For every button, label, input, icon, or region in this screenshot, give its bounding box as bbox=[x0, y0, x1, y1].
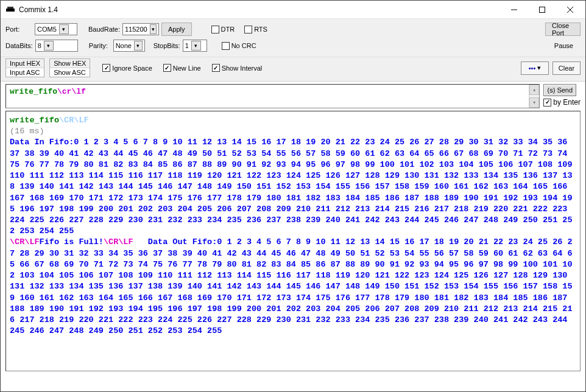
svg-rect-3 bbox=[540, 7, 545, 12]
stopbits-combo[interactable]: 1 ▾ bbox=[183, 40, 207, 52]
port-value: COM5 bbox=[37, 26, 57, 33]
checkbox-icon bbox=[244, 26, 252, 33]
clear-button[interactable]: Clear bbox=[552, 61, 581, 75]
by-enter-checkbox[interactable]: by Enter bbox=[543, 98, 581, 107]
pause-button[interactable]: Pause bbox=[547, 40, 581, 51]
apply-button[interactable]: Apply bbox=[161, 23, 192, 36]
close-button[interactable] bbox=[556, 1, 584, 19]
toolbar: Port: COM5 ▾ BaudRate: 115200 ▾ Apply DT… bbox=[1, 19, 585, 57]
newline-checkbox[interactable]: New Line bbox=[163, 64, 201, 72]
checkbox-icon bbox=[211, 26, 219, 33]
ignore-space-checkbox[interactable]: Ignore Space bbox=[102, 64, 152, 72]
baud-label: BaudRate: bbox=[88, 26, 120, 33]
port-label: Port: bbox=[5, 26, 32, 33]
checkbox-icon bbox=[102, 64, 110, 72]
stopbits-value: 1 bbox=[185, 42, 189, 49]
rts-label: RTS bbox=[254, 26, 267, 33]
databits-label: DataBits: bbox=[5, 42, 33, 49]
scroll-down-icon: ▾ bbox=[529, 97, 539, 108]
databits-combo[interactable]: 8 ▾ bbox=[35, 40, 78, 52]
stopbits-label: StopBits: bbox=[154, 42, 180, 49]
checkbox-icon bbox=[222, 42, 230, 50]
svg-rect-1 bbox=[7, 7, 13, 9]
nocrc-checkbox[interactable]: No CRC bbox=[222, 42, 256, 50]
tab-show-asc[interactable]: Show ASC bbox=[50, 68, 90, 77]
data-in-prefix: Data In Fifo: bbox=[10, 138, 74, 147]
baud-combo[interactable]: 115200 ▾ bbox=[122, 23, 159, 35]
input-area: write_fifo\cr\lf ▴ ▾ (s) Send by Enter bbox=[5, 84, 581, 108]
maximize-button[interactable] bbox=[528, 1, 556, 19]
crlf-escape: \CR\LF bbox=[104, 237, 133, 247]
command-input[interactable]: write_fifo\cr\lf ▴ ▾ bbox=[5, 84, 540, 108]
tab-input-hex[interactable]: Input HEX bbox=[6, 59, 44, 68]
nocrc-label: No CRC bbox=[231, 42, 256, 49]
newline-label: New Line bbox=[173, 65, 201, 72]
chevron-down-icon: ▾ bbox=[44, 41, 54, 51]
send-button[interactable]: (s) Send bbox=[543, 84, 576, 96]
tab-input-asc[interactable]: Input ASC bbox=[6, 68, 44, 77]
chevron-down-icon: ▾ bbox=[134, 41, 143, 51]
show-interval-label: Show Interval bbox=[222, 65, 263, 72]
checkbox-icon bbox=[543, 99, 551, 107]
checkbox-icon bbox=[163, 64, 171, 72]
titlebar: Commix 1.4 bbox=[1, 1, 585, 19]
echo-text: write_fifo bbox=[10, 116, 59, 125]
close-port-button[interactable]: Close Port bbox=[545, 23, 581, 36]
dtr-checkbox[interactable]: DTR bbox=[211, 26, 235, 33]
window-title: Commix 1.4 bbox=[19, 5, 58, 14]
show-interval-checkbox[interactable]: Show Interval bbox=[212, 64, 263, 72]
ignore-space-label: Ignore Space bbox=[112, 65, 152, 72]
input-text: write_fifo bbox=[10, 87, 57, 96]
show-mode-tabs: Show HEX Show ASC bbox=[49, 58, 90, 77]
by-enter-label: by Enter bbox=[553, 98, 581, 107]
fifo-full-text: Fifo is Full! bbox=[40, 237, 104, 247]
databits-value: 8 bbox=[38, 42, 41, 49]
timing-text: (16 ms) bbox=[10, 127, 44, 136]
echo-escape: \CR\LF bbox=[59, 116, 89, 125]
input-scrollbar[interactable]: ▴ ▾ bbox=[529, 85, 539, 108]
parity-value: None bbox=[116, 42, 132, 49]
svg-rect-0 bbox=[6, 9, 15, 12]
data-out-values: 0 1 2 3 4 5 6 7 8 9 10 11 12 13 14 15 16… bbox=[10, 237, 573, 335]
console-output[interactable]: write_fifo\CR\LF (16 ms) Data In Fifo:0 … bbox=[5, 111, 581, 371]
chevron-down-icon: ▾ bbox=[59, 24, 69, 34]
data-in-values: 0 1 2 3 4 5 6 7 8 9 10 11 12 13 14 15 16… bbox=[10, 138, 573, 236]
crlf-escape: \CR\LF bbox=[10, 237, 40, 247]
data-out-prefix: Data Out Fifo: bbox=[148, 237, 217, 247]
options-bar: Input HEX Input ASC Show HEX Show ASC Ig… bbox=[1, 57, 585, 82]
dtr-label: DTR bbox=[221, 26, 235, 33]
chevron-down-icon: ▾ bbox=[150, 24, 157, 34]
rts-checkbox[interactable]: RTS bbox=[244, 26, 267, 33]
tab-show-hex[interactable]: Show HEX bbox=[50, 59, 90, 68]
input-escape: \cr\lf bbox=[57, 87, 86, 96]
app-icon bbox=[5, 5, 15, 15]
parity-combo[interactable]: None ▾ bbox=[113, 40, 145, 52]
baud-value: 115200 bbox=[125, 26, 147, 33]
chevron-down-icon: ▾ bbox=[191, 41, 201, 51]
parity-label: Parity: bbox=[89, 42, 111, 49]
scroll-up-icon: ▴ bbox=[529, 85, 539, 95]
input-mode-tabs: Input HEX Input ASC bbox=[5, 58, 44, 77]
port-combo[interactable]: COM5 ▾ bbox=[35, 23, 77, 35]
checkbox-icon bbox=[212, 64, 220, 72]
minimize-button[interactable] bbox=[500, 1, 528, 19]
more-button[interactable]: ••• ▾ bbox=[521, 61, 549, 75]
